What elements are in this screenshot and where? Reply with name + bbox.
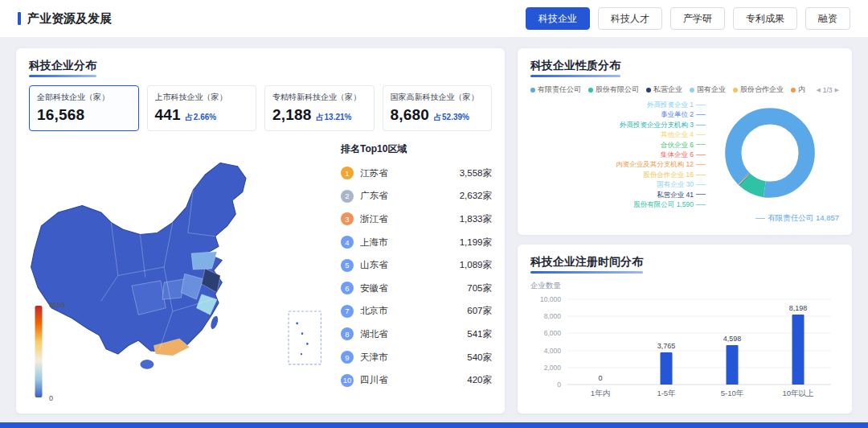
rank-count: 2,632家 xyxy=(460,190,492,202)
rank-region: 安徽省 xyxy=(360,282,388,294)
registration-card: 科技企业注册时间分布 企业数量 10,0008,0006,0004,0002,0… xyxy=(518,245,852,414)
label-connector-line xyxy=(696,175,706,175)
tab-4[interactable]: 专利成果 xyxy=(733,7,797,30)
stat-card-3[interactable]: 专精特新科技企业（家）2,188占13.21% xyxy=(264,85,375,131)
donut-label-text: 事业单位 2 xyxy=(661,109,694,119)
page-title-wrap: 产业资源及发展 xyxy=(18,11,112,27)
registration-title: 科技企业注册时间分布 xyxy=(530,256,643,274)
legend-prev-icon[interactable]: ◀ xyxy=(816,87,820,93)
tab-3[interactable]: 产学研 xyxy=(670,7,725,30)
donut-label: 股份有限公司 1,590 xyxy=(633,200,706,209)
header: 产业资源及发展 科技企业科技人才产学研专利成果融资 xyxy=(0,0,868,37)
label-connector-line xyxy=(696,194,706,195)
legend-dot xyxy=(733,88,738,93)
legend-item-5[interactable]: 股份合作企业 xyxy=(733,84,784,95)
ranking-row: 4上海市1,199家 xyxy=(341,231,492,254)
y-tick-label: 0 xyxy=(557,381,561,389)
label-connector-line xyxy=(696,154,706,155)
ranking-row: 2广东省2,632家 xyxy=(341,185,492,208)
ranking-row: 9天津市540家 xyxy=(341,346,492,369)
y-axis-title: 企业数量 xyxy=(530,281,839,291)
stat-card-2[interactable]: 上市科技企业（家）441占2.66% xyxy=(147,85,257,131)
legend-item-6[interactable]: 内 xyxy=(791,84,805,95)
label-connector-line xyxy=(696,114,706,115)
rank-region: 上海市 xyxy=(360,237,388,249)
legend-dot xyxy=(530,88,535,93)
ranking-row: 10四川省420家 xyxy=(341,368,492,392)
stat-value-row: 2,188占13.21% xyxy=(272,106,366,124)
rank-badge: 4 xyxy=(341,236,354,249)
legend-next-icon[interactable]: ▶ xyxy=(835,87,839,93)
stat-value: 16,568 xyxy=(37,106,84,124)
y-tick-label: 6,000 xyxy=(544,329,561,337)
stat-value: 8,680 xyxy=(391,106,430,124)
rank-count: 1,089家 xyxy=(460,259,492,271)
rank-region: 江苏省 xyxy=(360,167,388,179)
legend-item-1[interactable]: 有限责任公司 xyxy=(530,84,581,95)
nature-donut-chart[interactable] xyxy=(717,100,823,206)
y-tick-label: 4,000 xyxy=(544,347,561,355)
stat-label: 国家高新科技企业（家） xyxy=(391,92,485,103)
bar-slot: 3,765 xyxy=(633,299,699,385)
bar-value-label: 4,598 xyxy=(723,335,742,343)
rank-badge: 3 xyxy=(341,212,354,225)
rank-badge: 8 xyxy=(341,327,354,340)
label-connector-line xyxy=(696,204,706,205)
hainan-island xyxy=(140,360,154,369)
donut-main-label-text: 有限责任公司 14,857 xyxy=(768,213,839,224)
legend-item-4[interactable]: 国有企业 xyxy=(690,84,726,95)
rank-count: 540家 xyxy=(467,352,492,364)
donut-label: 国有企业 30 xyxy=(657,179,706,189)
title-accent-bar xyxy=(18,12,21,25)
stat-card-1[interactable]: 全部科技企业（家）16,568 xyxy=(29,85,139,131)
stat-share: 占13.21% xyxy=(317,112,352,123)
stat-share: 占52.39% xyxy=(434,112,469,123)
legend-item-2[interactable]: 股份有限公司 xyxy=(588,84,639,95)
stat-value-row: 8,680占52.39% xyxy=(391,106,485,124)
nature-title: 科技企业性质分布 xyxy=(530,60,620,77)
donut-label-text: 外商投资企业 1 xyxy=(647,100,694,109)
stat-cards: 全部科技企业（家）16,568上市科技企业（家）441占2.66%专精特新科技企… xyxy=(29,85,492,131)
donut-label-text: 外商投资企业分支机构 3 xyxy=(620,120,694,130)
rank-region: 北京市 xyxy=(360,305,388,317)
donut-label-text: 内资企业及其分支机构 12 xyxy=(616,159,694,169)
stat-label: 全部科技企业（家） xyxy=(37,92,131,103)
donut-label: 内资企业及其分支机构 12 xyxy=(616,159,706,169)
legend-dot xyxy=(690,88,694,93)
distribution-body: 3558 0 排名Top10区域 1江苏省3,558家2广东省2,632家3浙江… xyxy=(29,138,492,408)
x-axis-label: 1-5年 xyxy=(633,389,699,399)
scale-max-label: 3558 xyxy=(49,301,65,309)
legend-label: 股份有限公司 xyxy=(596,84,639,95)
stat-value-row: 441占2.66% xyxy=(155,106,249,124)
stat-value: 2,188 xyxy=(272,106,312,124)
label-connector-line xyxy=(755,218,765,219)
legend-item-3[interactable]: 私营企业 xyxy=(646,84,682,95)
legend-label: 有限责任公司 xyxy=(538,84,581,95)
tab-1[interactable]: 科技企业 xyxy=(526,7,590,30)
bar xyxy=(792,315,805,385)
tab-2[interactable]: 科技人才 xyxy=(598,7,662,30)
donut-label-text: 股份合作企业 16 xyxy=(643,170,694,179)
donut-main-label: 有限责任公司 14,857 xyxy=(755,213,839,224)
rank-badge: 2 xyxy=(341,190,354,203)
legend-dot xyxy=(588,88,593,93)
rank-count: 607家 xyxy=(467,305,492,317)
label-connector-line xyxy=(696,105,706,105)
south-china-sea-inset xyxy=(289,311,321,364)
legend-dot xyxy=(791,88,796,93)
ranking-row: 5山东省1,089家 xyxy=(341,253,492,277)
x-axis-label: 10年以上 xyxy=(765,389,831,399)
donut-label: 外商投资企业 1 xyxy=(647,100,706,109)
label-connector-line xyxy=(696,184,706,185)
header-tabs: 科技企业科技人才产学研专利成果融资 xyxy=(526,7,850,30)
donut-label-text: 合伙企业 6 xyxy=(661,140,694,150)
legend-page-indicator: 1/3 xyxy=(823,86,833,94)
distribution-title: 科技企业分布 xyxy=(29,60,96,77)
tab-5[interactable]: 融资 xyxy=(805,7,850,30)
stat-card-4[interactable]: 国家高新科技企业（家）8,680占52.39% xyxy=(383,85,493,131)
china-map-wrap: 3558 0 xyxy=(29,138,341,408)
bar-value-label: 3,765 xyxy=(657,342,676,350)
ranking-row: 7北京市607家 xyxy=(341,300,492,323)
scale-min-label: 0 xyxy=(49,394,53,402)
map-color-scale: 3558 0 xyxy=(39,298,79,405)
